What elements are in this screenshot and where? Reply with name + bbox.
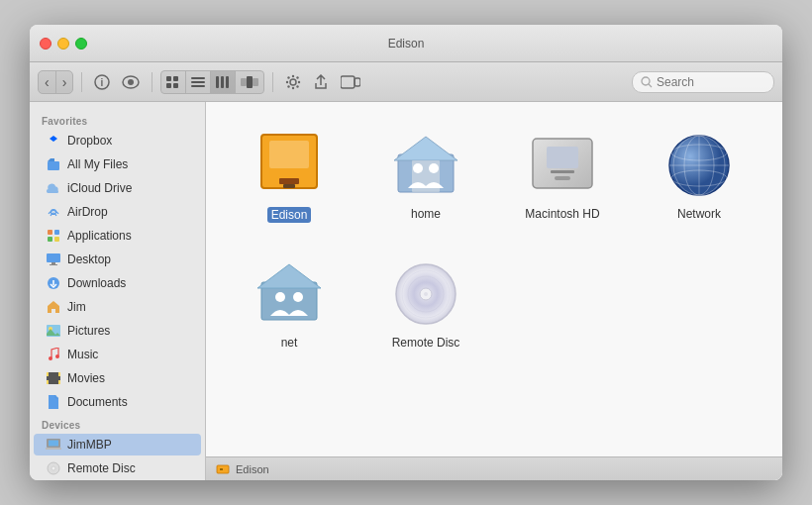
view-group <box>160 70 264 94</box>
svg-point-83 <box>424 292 428 296</box>
file-item-remote-disc[interactable]: Remote Disc <box>362 251 489 357</box>
network-label: Network <box>677 207 721 221</box>
sidebar-item-documents[interactable]: Documents <box>34 391 201 413</box>
back-button[interactable]: ‹ <box>39 71 56 93</box>
file-item-macintosh-hd[interactable]: Macintosh HD <box>499 122 626 231</box>
svg-rect-48 <box>47 380 49 384</box>
dropbox-label: Dropbox <box>67 134 112 148</box>
jim-icon <box>46 299 61 315</box>
svg-rect-30 <box>48 161 59 170</box>
file-item-network[interactable]: Network <box>636 122 762 231</box>
sidebar-item-remote-disc[interactable]: Remote Disc <box>34 457 201 479</box>
status-drive-icon <box>216 463 230 475</box>
svg-rect-27 <box>355 78 360 86</box>
forward-button[interactable]: › <box>56 71 73 93</box>
svg-rect-46 <box>47 372 49 376</box>
sidebar-item-icloud[interactable]: iCloud Drive <box>34 177 201 199</box>
svg-point-21 <box>298 80 300 82</box>
svg-marker-62 <box>394 137 457 160</box>
info-button[interactable]: i <box>90 70 114 94</box>
svg-rect-13 <box>226 76 229 88</box>
remote-disc-sidebar-icon <box>46 460 61 476</box>
svg-text:i: i <box>101 77 104 88</box>
minimize-button[interactable] <box>57 38 69 50</box>
file-item-home[interactable]: home <box>362 122 489 231</box>
svg-rect-37 <box>47 253 60 262</box>
svg-point-65 <box>429 163 439 173</box>
svg-rect-59 <box>279 178 299 184</box>
svg-point-44 <box>55 354 59 358</box>
close-button[interactable] <box>40 38 51 50</box>
movies-icon <box>46 370 61 386</box>
svg-point-19 <box>292 86 294 88</box>
maximize-button[interactable] <box>75 38 87 50</box>
svg-rect-6 <box>166 83 171 88</box>
svg-rect-9 <box>191 81 205 83</box>
finder-window: Edison ‹ › i <box>30 25 782 480</box>
view-list-btn[interactable] <box>186 71 211 93</box>
svg-point-54 <box>51 466 55 470</box>
downloads-label: Downloads <box>67 276 126 290</box>
search-icon <box>641 76 653 88</box>
view-column-btn[interactable] <box>211 71 236 93</box>
jim-label: Jim <box>67 300 86 314</box>
documents-label: Documents <box>67 395 128 409</box>
svg-rect-26 <box>341 76 355 88</box>
applications-icon <box>46 228 61 244</box>
svg-rect-39 <box>50 264 57 265</box>
separator2 <box>152 72 152 92</box>
traffic-lights <box>40 38 87 50</box>
svg-point-80 <box>293 292 303 302</box>
jimmbp-icon <box>46 437 61 453</box>
view-coverflow-btn[interactable] <box>236 71 263 93</box>
svg-marker-78 <box>257 264 321 288</box>
svg-point-3 <box>128 79 134 85</box>
sidebar-item-airdrop[interactable]: AirDrop <box>34 201 201 223</box>
svg-point-28 <box>642 77 650 85</box>
sidebar-item-applications[interactable]: Applications <box>34 225 201 247</box>
svg-point-17 <box>290 79 296 85</box>
sidebar-item-pictures[interactable]: Pictures <box>34 320 201 342</box>
remote-disc-icon <box>390 258 461 330</box>
sidebar-item-movies[interactable]: Movies <box>34 367 201 389</box>
airdrop-label: AirDrop <box>67 205 108 219</box>
file-item-edison[interactable]: Edison <box>226 122 353 231</box>
column-view-icon <box>216 76 230 88</box>
svg-point-25 <box>288 85 290 87</box>
sidebar-item-dropbox[interactable]: Dropbox <box>34 130 201 152</box>
main-area: Favorites Dropbox All My Files iCloud Dr… <box>30 102 782 480</box>
svg-point-18 <box>292 74 294 76</box>
svg-rect-68 <box>551 170 574 173</box>
sidebar-item-downloads[interactable]: Downloads <box>34 272 201 294</box>
movies-label: Movies <box>67 371 105 385</box>
airdrop-icon <box>46 204 61 220</box>
svg-line-29 <box>649 84 652 87</box>
share-button[interactable] <box>309 70 333 94</box>
home-label: home <box>411 207 441 221</box>
icon-view-icon <box>166 76 180 88</box>
sidebar-item-jim[interactable]: Jim <box>34 296 201 318</box>
edison-drive-icon <box>254 130 325 201</box>
action-button[interactable] <box>281 70 305 94</box>
sidebar-item-jimmbp[interactable]: JimMBP <box>34 434 201 455</box>
all-my-files-label: All My Files <box>67 157 128 171</box>
coverflow-icon <box>241 76 258 88</box>
home-folder-icon <box>390 130 461 201</box>
svg-rect-14 <box>241 78 247 86</box>
badge-button[interactable] <box>337 70 364 94</box>
sidebar-item-desktop[interactable]: Desktop <box>34 249 201 270</box>
search-input[interactable] <box>657 75 765 89</box>
music-icon <box>46 347 61 362</box>
view-icon-btn[interactable] <box>161 71 186 93</box>
file-item-net[interactable]: net <box>226 251 353 357</box>
edison-drive-label: Edison <box>267 207 312 223</box>
svg-point-20 <box>286 80 288 82</box>
svg-rect-67 <box>547 147 578 168</box>
sidebar-item-music[interactable]: Music <box>34 344 201 365</box>
sidebar-item-all-my-files[interactable]: All My Files <box>34 153 201 175</box>
applications-label: Applications <box>67 229 132 243</box>
svg-rect-49 <box>58 380 60 384</box>
svg-rect-52 <box>46 448 61 450</box>
search-box[interactable] <box>632 71 774 93</box>
preview-button[interactable] <box>118 70 144 94</box>
